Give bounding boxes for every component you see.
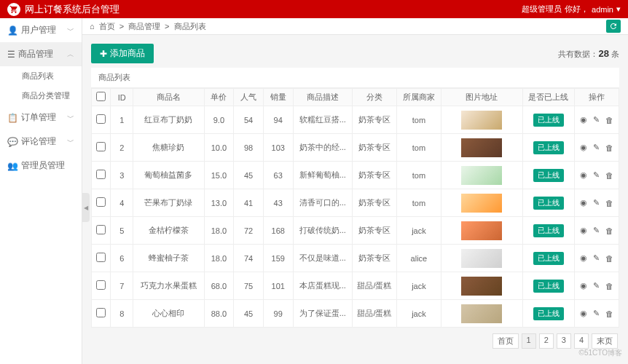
breadcrumb-bar: ⌂ 首页 > 商品管理 > 商品列表 [82, 18, 628, 35]
cell-img [441, 217, 522, 245]
delete-icon[interactable]: 🗑 [605, 309, 613, 318]
submenu-item-product-list[interactable]: 商品列表 [15, 66, 82, 86]
cell-actions: ◉ ✎ 🗑 [574, 245, 619, 272]
page-3[interactable]: 3 [557, 333, 571, 349]
delete-icon[interactable]: 🗑 [605, 116, 613, 124]
page-last[interactable]: 末页 [592, 333, 618, 349]
cell-actions: ◉ ✎ 🗑 [574, 217, 619, 245]
cell-actions: ◉ ✎ 🗑 [574, 272, 619, 300]
delete-icon[interactable]: 🗑 [605, 254, 613, 263]
breadcrumb-home[interactable]: 首页 [99, 21, 115, 32]
chevron-up-icon: ︿ [67, 50, 74, 60]
cell-status: 已上线 [522, 134, 574, 162]
chevron-down-icon[interactable]: ▾ [616, 4, 621, 14]
cell-cat: 奶茶专区 [352, 189, 396, 217]
cell-actions: ◉ ✎ 🗑 [574, 189, 619, 217]
cell-sales: 63 [263, 162, 293, 189]
cell-price: 88.0 [204, 300, 234, 328]
refresh-button[interactable] [606, 20, 621, 33]
page-1[interactable]: 1 [522, 333, 536, 349]
cell-img [441, 134, 522, 162]
row-checkbox[interactable] [96, 280, 106, 290]
edit-icon[interactable]: ✎ [593, 170, 600, 180]
status-badge: 已上线 [533, 252, 564, 265]
cell-pop: 75 [234, 272, 264, 300]
row-checkbox[interactable] [96, 197, 106, 207]
edit-icon[interactable]: ✎ [593, 226, 600, 235]
delete-icon[interactable]: 🗑 [605, 282, 613, 290]
cell-id: 8 [111, 300, 133, 328]
sidebar-collapse-button[interactable]: ◀ [82, 193, 90, 222]
row-checkbox[interactable] [96, 142, 106, 151]
sidebar-item-users[interactable]: 👤用户管理 ﹀ [0, 18, 82, 42]
cell-img [441, 106, 522, 134]
submenu-item-category[interactable]: 商品分类管理 [15, 86, 82, 106]
cell-pop: 54 [234, 106, 264, 134]
delete-icon[interactable]: 🗑 [605, 199, 613, 207]
sidebar-item-admin[interactable]: 👥管理员管理 [0, 154, 82, 178]
row-checkbox[interactable] [96, 225, 106, 234]
th-pop: 人气 [234, 89, 264, 106]
cell-status: 已上线 [522, 189, 574, 217]
cell-name: 焦糖珍奶 [133, 134, 204, 162]
sidebar-item-orders[interactable]: 📋订单管理 ﹀ [0, 106, 82, 130]
th-actions: 操作 [574, 89, 619, 106]
th-sales: 销量 [263, 89, 293, 106]
page-4[interactable]: 4 [574, 333, 589, 349]
cell-price: 18.0 [204, 217, 234, 245]
view-icon[interactable]: ◉ [580, 226, 587, 235]
cell-price: 13.0 [204, 189, 234, 217]
order-icon: 📋 [7, 113, 18, 123]
edit-icon[interactable]: ✎ [593, 115, 600, 124]
edit-icon[interactable]: ✎ [593, 143, 600, 152]
row-checkbox[interactable] [96, 308, 106, 317]
page-2[interactable]: 2 [539, 333, 554, 349]
edit-icon[interactable]: ✎ [593, 253, 600, 263]
cell-merchant: tom [396, 162, 441, 189]
view-icon[interactable]: ◉ [580, 309, 587, 318]
table-row: 4 芒果布丁奶绿 13.0 41 43 清香可口的... 奶茶专区 tom 已上… [92, 189, 619, 217]
page-first[interactable]: 首页 [492, 333, 519, 349]
comment-icon: 💬 [7, 137, 18, 147]
watermark: ©51CTO博客 [579, 348, 622, 357]
cell-name: 葡萄柚益菌多 [133, 162, 204, 189]
add-product-button[interactable]: ✚ 添加商品 [91, 44, 154, 63]
cell-status: 已上线 [522, 300, 574, 328]
breadcrumb-mid[interactable]: 商品管理 [128, 21, 160, 32]
edit-icon[interactable]: ✎ [593, 309, 600, 318]
view-icon[interactable]: ◉ [580, 115, 587, 124]
cell-pop: 98 [234, 134, 264, 162]
edit-icon[interactable]: ✎ [593, 198, 600, 207]
view-icon[interactable]: ◉ [580, 170, 587, 180]
cell-img [441, 300, 522, 328]
cell-merchant: tom [396, 189, 441, 217]
view-icon[interactable]: ◉ [580, 281, 587, 290]
delete-icon[interactable]: 🗑 [605, 171, 613, 180]
panel-title: 商品列表 [91, 68, 619, 88]
cell-desc: 本店蛋糕现... [293, 272, 352, 300]
row-checkbox[interactable] [96, 253, 106, 262]
cell-cat: 甜品/蛋糕 [352, 300, 396, 328]
select-all-checkbox[interactable] [96, 92, 106, 101]
view-icon[interactable]: ◉ [580, 198, 587, 207]
submenu-products: 商品列表 商品分类管理 [0, 66, 82, 106]
box-icon: ☰ [7, 50, 15, 60]
username[interactable]: admin [592, 5, 613, 14]
sidebar-item-label: 评论管理 [21, 135, 56, 148]
row-checkbox[interactable] [96, 170, 106, 179]
sidebar-item-products[interactable]: ☰商品管理 ︿ [0, 42, 82, 66]
view-icon[interactable]: ◉ [580, 143, 587, 152]
delete-icon[interactable]: 🗑 [605, 143, 613, 152]
chevron-down-icon: ﹀ [67, 25, 74, 36]
status-badge: 已上线 [533, 280, 564, 293]
edit-icon[interactable]: ✎ [593, 281, 600, 290]
delete-icon[interactable]: 🗑 [605, 226, 613, 235]
sidebar-item-label: 订单管理 [21, 111, 56, 124]
product-image [461, 249, 502, 268]
row-checkbox[interactable] [96, 114, 106, 124]
view-icon[interactable]: ◉ [580, 253, 587, 263]
sidebar-item-comments[interactable]: 💬评论管理 ﹀ [0, 130, 82, 154]
user-icon: 👤 [7, 25, 18, 36]
cell-price: 18.0 [204, 245, 234, 272]
th-desc: 商品描述 [293, 89, 352, 106]
